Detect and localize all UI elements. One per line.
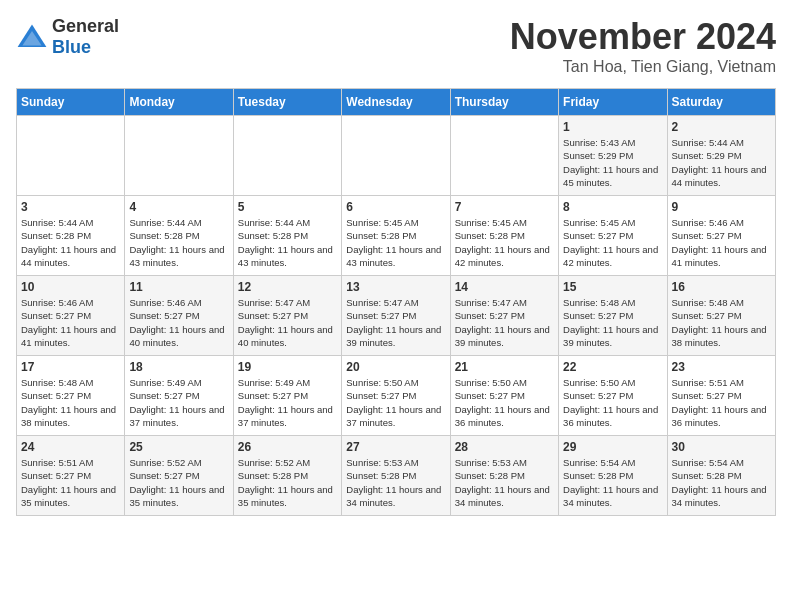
day-info: Sunrise: 5:44 AM Sunset: 5:28 PM Dayligh…: [238, 216, 337, 269]
calendar-week-4: 17Sunrise: 5:48 AM Sunset: 5:27 PM Dayli…: [17, 356, 776, 436]
day-number: 19: [238, 360, 337, 374]
calendar-cell-4-5: 21Sunrise: 5:50 AM Sunset: 5:27 PM Dayli…: [450, 356, 558, 436]
calendar-cell-5-6: 29Sunrise: 5:54 AM Sunset: 5:28 PM Dayli…: [559, 436, 667, 516]
day-info: Sunrise: 5:48 AM Sunset: 5:27 PM Dayligh…: [672, 296, 771, 349]
day-info: Sunrise: 5:51 AM Sunset: 5:27 PM Dayligh…: [21, 456, 120, 509]
day-number: 16: [672, 280, 771, 294]
day-info: Sunrise: 5:53 AM Sunset: 5:28 PM Dayligh…: [346, 456, 445, 509]
day-number: 4: [129, 200, 228, 214]
day-info: Sunrise: 5:46 AM Sunset: 5:27 PM Dayligh…: [672, 216, 771, 269]
calendar-header-friday: Friday: [559, 89, 667, 116]
calendar-cell-2-5: 7Sunrise: 5:45 AM Sunset: 5:28 PM Daylig…: [450, 196, 558, 276]
calendar-cell-3-2: 11Sunrise: 5:46 AM Sunset: 5:27 PM Dayli…: [125, 276, 233, 356]
day-number: 29: [563, 440, 662, 454]
day-number: 5: [238, 200, 337, 214]
calendar-header-sunday: Sunday: [17, 89, 125, 116]
calendar-cell-3-3: 12Sunrise: 5:47 AM Sunset: 5:27 PM Dayli…: [233, 276, 341, 356]
day-info: Sunrise: 5:49 AM Sunset: 5:27 PM Dayligh…: [129, 376, 228, 429]
calendar-cell-4-7: 23Sunrise: 5:51 AM Sunset: 5:27 PM Dayli…: [667, 356, 775, 436]
calendar-cell-4-2: 18Sunrise: 5:49 AM Sunset: 5:27 PM Dayli…: [125, 356, 233, 436]
month-title: November 2024: [510, 16, 776, 58]
calendar-cell-2-2: 4Sunrise: 5:44 AM Sunset: 5:28 PM Daylig…: [125, 196, 233, 276]
day-number: 14: [455, 280, 554, 294]
day-info: Sunrise: 5:45 AM Sunset: 5:28 PM Dayligh…: [455, 216, 554, 269]
calendar-cell-4-1: 17Sunrise: 5:48 AM Sunset: 5:27 PM Dayli…: [17, 356, 125, 436]
calendar-cell-2-7: 9Sunrise: 5:46 AM Sunset: 5:27 PM Daylig…: [667, 196, 775, 276]
day-info: Sunrise: 5:44 AM Sunset: 5:29 PM Dayligh…: [672, 136, 771, 189]
calendar-week-1: 1Sunrise: 5:43 AM Sunset: 5:29 PM Daylig…: [17, 116, 776, 196]
day-number: 12: [238, 280, 337, 294]
day-number: 15: [563, 280, 662, 294]
day-number: 26: [238, 440, 337, 454]
calendar-header-saturday: Saturday: [667, 89, 775, 116]
day-info: Sunrise: 5:49 AM Sunset: 5:27 PM Dayligh…: [238, 376, 337, 429]
calendar-cell-1-1: [17, 116, 125, 196]
day-info: Sunrise: 5:45 AM Sunset: 5:28 PM Dayligh…: [346, 216, 445, 269]
day-number: 17: [21, 360, 120, 374]
day-number: 8: [563, 200, 662, 214]
day-number: 22: [563, 360, 662, 374]
day-info: Sunrise: 5:46 AM Sunset: 5:27 PM Dayligh…: [21, 296, 120, 349]
calendar-cell-3-1: 10Sunrise: 5:46 AM Sunset: 5:27 PM Dayli…: [17, 276, 125, 356]
calendar-cell-2-4: 6Sunrise: 5:45 AM Sunset: 5:28 PM Daylig…: [342, 196, 450, 276]
day-info: Sunrise: 5:48 AM Sunset: 5:27 PM Dayligh…: [563, 296, 662, 349]
calendar-cell-3-6: 15Sunrise: 5:48 AM Sunset: 5:27 PM Dayli…: [559, 276, 667, 356]
day-info: Sunrise: 5:50 AM Sunset: 5:27 PM Dayligh…: [455, 376, 554, 429]
calendar-cell-4-3: 19Sunrise: 5:49 AM Sunset: 5:27 PM Dayli…: [233, 356, 341, 436]
day-number: 7: [455, 200, 554, 214]
day-number: 11: [129, 280, 228, 294]
calendar-cell-1-7: 2Sunrise: 5:44 AM Sunset: 5:29 PM Daylig…: [667, 116, 775, 196]
header: General Blue November 2024 Tan Hoa, Tien…: [16, 16, 776, 76]
calendar-cell-3-4: 13Sunrise: 5:47 AM Sunset: 5:27 PM Dayli…: [342, 276, 450, 356]
calendar-cell-4-4: 20Sunrise: 5:50 AM Sunset: 5:27 PM Dayli…: [342, 356, 450, 436]
day-number: 6: [346, 200, 445, 214]
calendar-cell-5-7: 30Sunrise: 5:54 AM Sunset: 5:28 PM Dayli…: [667, 436, 775, 516]
calendar-cell-1-6: 1Sunrise: 5:43 AM Sunset: 5:29 PM Daylig…: [559, 116, 667, 196]
calendar-header-monday: Monday: [125, 89, 233, 116]
day-info: Sunrise: 5:43 AM Sunset: 5:29 PM Dayligh…: [563, 136, 662, 189]
day-number: 21: [455, 360, 554, 374]
day-number: 10: [21, 280, 120, 294]
day-info: Sunrise: 5:52 AM Sunset: 5:27 PM Dayligh…: [129, 456, 228, 509]
calendar-cell-5-4: 27Sunrise: 5:53 AM Sunset: 5:28 PM Dayli…: [342, 436, 450, 516]
calendar-header-row: SundayMondayTuesdayWednesdayThursdayFrid…: [17, 89, 776, 116]
calendar-cell-5-3: 26Sunrise: 5:52 AM Sunset: 5:28 PM Dayli…: [233, 436, 341, 516]
day-info: Sunrise: 5:51 AM Sunset: 5:27 PM Dayligh…: [672, 376, 771, 429]
calendar-cell-1-4: [342, 116, 450, 196]
day-number: 3: [21, 200, 120, 214]
day-info: Sunrise: 5:46 AM Sunset: 5:27 PM Dayligh…: [129, 296, 228, 349]
day-info: Sunrise: 5:45 AM Sunset: 5:27 PM Dayligh…: [563, 216, 662, 269]
title-area: November 2024 Tan Hoa, Tien Giang, Vietn…: [510, 16, 776, 76]
day-number: 18: [129, 360, 228, 374]
calendar-header-thursday: Thursday: [450, 89, 558, 116]
day-info: Sunrise: 5:47 AM Sunset: 5:27 PM Dayligh…: [238, 296, 337, 349]
calendar-cell-3-7: 16Sunrise: 5:48 AM Sunset: 5:27 PM Dayli…: [667, 276, 775, 356]
day-info: Sunrise: 5:53 AM Sunset: 5:28 PM Dayligh…: [455, 456, 554, 509]
logo: General Blue: [16, 16, 119, 58]
day-number: 28: [455, 440, 554, 454]
day-number: 24: [21, 440, 120, 454]
calendar-header-wednesday: Wednesday: [342, 89, 450, 116]
calendar-cell-5-1: 24Sunrise: 5:51 AM Sunset: 5:27 PM Dayli…: [17, 436, 125, 516]
calendar-cell-5-5: 28Sunrise: 5:53 AM Sunset: 5:28 PM Dayli…: [450, 436, 558, 516]
day-info: Sunrise: 5:50 AM Sunset: 5:27 PM Dayligh…: [346, 376, 445, 429]
calendar-cell-1-3: [233, 116, 341, 196]
day-info: Sunrise: 5:44 AM Sunset: 5:28 PM Dayligh…: [129, 216, 228, 269]
calendar-cell-2-1: 3Sunrise: 5:44 AM Sunset: 5:28 PM Daylig…: [17, 196, 125, 276]
day-info: Sunrise: 5:47 AM Sunset: 5:27 PM Dayligh…: [346, 296, 445, 349]
day-number: 30: [672, 440, 771, 454]
day-info: Sunrise: 5:54 AM Sunset: 5:28 PM Dayligh…: [672, 456, 771, 509]
location-title: Tan Hoa, Tien Giang, Vietnam: [510, 58, 776, 76]
calendar-week-2: 3Sunrise: 5:44 AM Sunset: 5:28 PM Daylig…: [17, 196, 776, 276]
calendar-cell-2-6: 8Sunrise: 5:45 AM Sunset: 5:27 PM Daylig…: [559, 196, 667, 276]
day-info: Sunrise: 5:44 AM Sunset: 5:28 PM Dayligh…: [21, 216, 120, 269]
calendar-body: 1Sunrise: 5:43 AM Sunset: 5:29 PM Daylig…: [17, 116, 776, 516]
day-number: 27: [346, 440, 445, 454]
calendar-table: SundayMondayTuesdayWednesdayThursdayFrid…: [16, 88, 776, 516]
calendar-week-5: 24Sunrise: 5:51 AM Sunset: 5:27 PM Dayli…: [17, 436, 776, 516]
day-info: Sunrise: 5:48 AM Sunset: 5:27 PM Dayligh…: [21, 376, 120, 429]
day-number: 25: [129, 440, 228, 454]
calendar-cell-2-3: 5Sunrise: 5:44 AM Sunset: 5:28 PM Daylig…: [233, 196, 341, 276]
day-number: 9: [672, 200, 771, 214]
calendar-cell-1-2: [125, 116, 233, 196]
